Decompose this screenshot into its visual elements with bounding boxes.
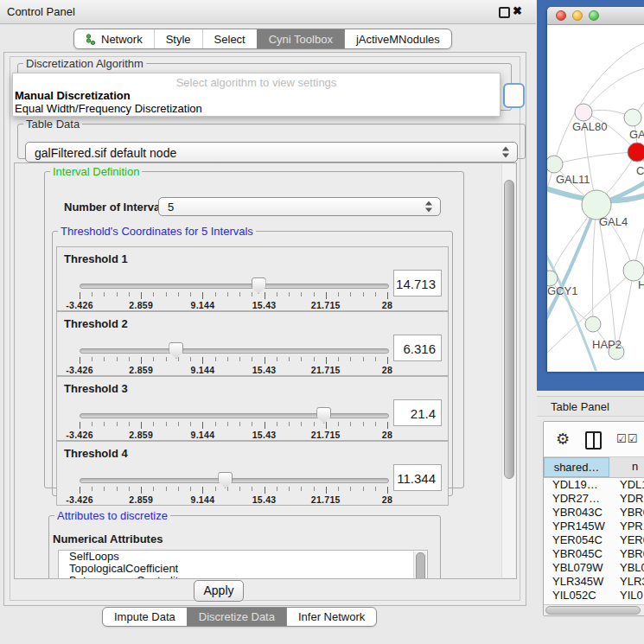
minimize-traffic-light-icon[interactable] [572, 10, 583, 21]
scrollbar-thumb[interactable] [504, 180, 514, 479]
attributes-group-label: Attributes to discretize [54, 509, 170, 522]
table-row[interactable]: YDR27…YDR2 [544, 492, 644, 506]
network-canvas[interactable]: GAL80GACGAL11GAL4GCY1HHAP2 [547, 25, 644, 371]
cell-name[interactable]: YDL1 [609, 478, 644, 492]
tick-label: 21.715 [311, 300, 341, 310]
settings-scroll-area: Interval Definition Number of Intervals … [14, 163, 517, 579]
tick-label: 9.144 [191, 300, 215, 310]
threshold-slider[interactable]: -3.4262.8599.14415.4321.71528 [80, 350, 387, 352]
cell-name[interactable]: YER0 [609, 533, 644, 547]
table-panel-toolbar: ⚙ ☑☑ [544, 422, 644, 456]
numerical-attributes-list[interactable]: SelfLoopsTopologicalCoefficientBetweenne… [58, 550, 428, 579]
column-header-name[interactable]: n [609, 457, 644, 477]
threshold-slider[interactable]: -3.4262.8599.14415.4321.71528 [80, 480, 387, 481]
network-node[interactable] [585, 316, 601, 332]
cell-name[interactable]: YBL0 [609, 561, 644, 575]
threshold-label: Threshold 3 [64, 382, 128, 395]
slider-track[interactable] [80, 478, 389, 483]
tick-label: 21.715 [311, 365, 341, 375]
cell-name[interactable]: YLR3 [609, 575, 644, 589]
numerical-attributes-label: Numerical Attributes [53, 532, 163, 545]
threshold-value-field[interactable]: 21.4 [393, 399, 442, 426]
attributes-scrollbar[interactable] [413, 552, 426, 579]
cell-name[interactable]: YBR0 [609, 547, 644, 561]
network-graph[interactable]: GAL80GACGAL11GAL4GCY1HHAP2 [547, 25, 644, 371]
algorithm-dropdown-popup: Select algorithm to view settings Manual… [12, 73, 501, 117]
slider-major-ticks [80, 357, 389, 364]
table-data-value: galFiltered.sif default node [35, 143, 176, 163]
cell-name[interactable]: YBR0 [609, 506, 644, 520]
tab-select[interactable]: Select [202, 29, 257, 48]
tick-label: -3.426 [66, 430, 93, 440]
close-icon[interactable]: ✖ [513, 4, 522, 17]
cell-shared-name[interactable]: YPR145W [544, 520, 609, 533]
cell-shared-name[interactable]: YER054C [544, 533, 609, 547]
tab-style[interactable]: Style [154, 29, 202, 48]
table-row[interactable]: YBR045CYBR0 [544, 547, 644, 561]
algorithm-placeholder: Select algorithm to view settings [13, 76, 500, 89]
algorithm-combobox-focus[interactable] [503, 83, 525, 108]
attribute-item[interactable]: BetweennessCentrality [59, 575, 427, 579]
tab-infer-network[interactable]: Infer Network [286, 608, 376, 626]
slider-track[interactable] [80, 413, 389, 418]
cell-shared-name[interactable]: YDR27… [544, 492, 609, 506]
node-label: GCY1 [547, 284, 577, 297]
cell-shared-name[interactable]: YBR045C [544, 547, 609, 561]
network-node[interactable] [575, 104, 592, 121]
threshold-value-field[interactable]: 11.344 [393, 464, 442, 491]
scrollbar-thumb[interactable] [545, 606, 641, 615]
vertical-scrollbar[interactable] [501, 164, 515, 577]
tab-network[interactable]: Network [74, 29, 154, 48]
horizontal-scrollbar[interactable] [544, 604, 644, 615]
tick-label: 2.859 [129, 300, 153, 310]
float-window-icon[interactable] [499, 7, 510, 18]
scrollbar-thumb[interactable] [416, 552, 425, 579]
split-columns-icon[interactable] [585, 431, 602, 450]
slider-track[interactable] [80, 284, 389, 289]
network-edge[interactable] [583, 65, 644, 112]
cell-name[interactable]: YPR1 [609, 520, 644, 533]
option-manual-discretization[interactable]: Manual Discretization [13, 89, 500, 102]
cell-shared-name[interactable]: YIL052C [544, 589, 609, 603]
table-data-combobox[interactable]: galFiltered.sif default node [25, 142, 518, 163]
threshold-value-field[interactable]: 14.713 [393, 270, 442, 296]
threshold-slider[interactable]: -3.4262.8599.14415.4321.71528 [80, 415, 387, 417]
table-row[interactable]: YER054CYER0 [544, 533, 644, 547]
table-row[interactable]: YLR345WYLR3 [544, 575, 644, 589]
attribute-item[interactable]: TopologicalCoefficient [59, 563, 427, 575]
tab-cyni-toolbox[interactable]: Cyni Toolbox [257, 29, 344, 48]
apply-button[interactable]: Apply [194, 580, 244, 602]
network-node[interactable] [624, 109, 641, 126]
cell-name[interactable]: YIL0 [609, 589, 644, 603]
network-node[interactable] [628, 143, 644, 162]
cell-shared-name[interactable]: YBR043C [544, 506, 609, 520]
tab-impute-data[interactable]: Impute Data [103, 608, 187, 626]
cell-name[interactable]: YDR2 [609, 492, 644, 506]
table-row[interactable]: YIL052CYIL0 [544, 589, 644, 603]
tab-jactivemnodules[interactable]: jActiveMNodules [344, 29, 451, 48]
cell-shared-name[interactable]: YDL19… [544, 478, 609, 492]
tab-discretize-data[interactable]: Discretize Data [187, 608, 286, 626]
column-header-shared-name[interactable]: shared… [544, 457, 609, 477]
gear-icon[interactable]: ⚙ [556, 430, 570, 449]
threshold-value-field[interactable]: 6.316 [393, 335, 442, 361]
number-of-intervals-combobox[interactable]: 5 [158, 197, 441, 216]
threshold-panel: Threshold 3 -3.4262.8599.14415.4321.7152… [56, 376, 449, 441]
slider-track[interactable] [80, 348, 389, 354]
table-row[interactable]: YBL079WYBL0 [544, 561, 644, 575]
threshold-slider[interactable]: -3.4262.8599.14415.4321.71528 [80, 285, 387, 287]
combo-arrows-icon [425, 201, 432, 213]
table-row[interactable]: YBR043CYBR0 [544, 506, 644, 520]
table-row[interactable]: YPR145WYPR1 [544, 520, 644, 533]
select-columns-icon[interactable]: ☑☑ [616, 432, 638, 445]
network-node[interactable] [547, 156, 563, 173]
cell-shared-name[interactable]: YBL079W [544, 561, 609, 575]
attribute-item[interactable]: SelfLoops [59, 551, 427, 563]
zoom-traffic-light-icon[interactable] [589, 10, 599, 21]
table-row[interactable]: YDL19…YDL1 [544, 478, 644, 492]
network-edge[interactable] [554, 152, 637, 164]
option-equal-width-frequency[interactable]: Equal Width/Frequency Discretization [13, 102, 500, 115]
threshold-label: Threshold 2 [64, 317, 128, 330]
close-traffic-light-icon[interactable] [556, 10, 566, 21]
cell-shared-name[interactable]: YLR345W [544, 575, 609, 589]
